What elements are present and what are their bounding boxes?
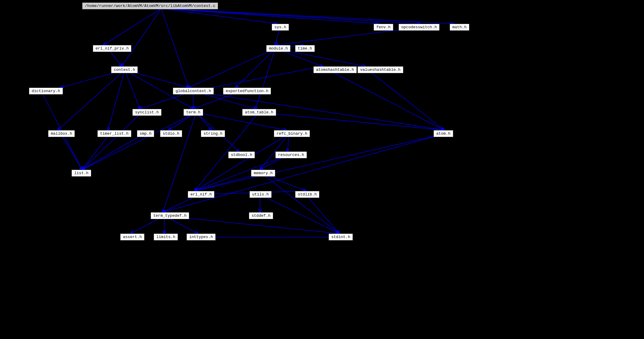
node-utils-h: utils.h: [249, 191, 272, 198]
node-list-h: list.h: [71, 170, 91, 177]
node-mailbox-h: mailbox.h: [48, 130, 75, 137]
svg-line-36: [61, 134, 82, 170]
svg-line-57: [163, 134, 444, 212]
node-opcodesswitch-h: opcodesswitch.h: [399, 24, 440, 31]
node-synclist-h: synclist.h: [132, 109, 162, 116]
svg-line-19: [108, 70, 125, 130]
svg-line-51: [306, 195, 339, 233]
svg-line-4: [161, 9, 379, 24]
node-exportedfunction-h: exportedfunction.h: [223, 88, 271, 95]
svg-line-56: [195, 134, 444, 191]
svg-line-8: [189, 49, 275, 88]
node-stddef-h: stddef.h: [249, 212, 273, 219]
node-erl-nif-priv-h: erl_nif_priv.h: [93, 45, 131, 52]
node-term-typedef-h: term_typedef.h: [151, 212, 189, 219]
svg-line-6: [161, 9, 453, 24]
svg-line-5: [161, 9, 420, 24]
svg-line-37: [82, 134, 110, 170]
svg-line-1: [103, 9, 161, 45]
svg-line-41: [195, 134, 289, 191]
svg-line-31: [82, 112, 196, 170]
svg-line-17: [125, 70, 140, 109]
svg-line-2: [122, 9, 161, 66]
svg-line-59: [368, 70, 444, 130]
node-globalcontext-h: globalcontext.h: [173, 88, 214, 95]
node-memory-h: memory.h: [251, 170, 275, 177]
node-atom-h: atom.h: [433, 130, 453, 137]
svg-line-62: [275, 27, 420, 45]
node-atom-table-h: atom_table.h: [242, 109, 276, 116]
node-fenv-h: fenv.h: [374, 24, 393, 31]
node-context-h: context.h: [111, 66, 138, 73]
node-sys-h: sys.h: [272, 24, 289, 31]
node-timer-list-h: timer_list.h: [97, 130, 131, 137]
svg-line-3: [161, 9, 189, 88]
node-stdint-h: stdint.h: [329, 233, 353, 240]
node-inttypes-h: inttypes.h: [186, 233, 216, 240]
node-math-h: math.h: [450, 24, 469, 31]
node-refc-binary-h: refc_binary.h: [274, 130, 310, 137]
node-term-h: term.h: [183, 109, 203, 116]
node-dictionary-h: dictionary.h: [29, 88, 63, 95]
svg-line-34: [259, 112, 444, 130]
node-stdlib-h: stdlib.h: [295, 191, 319, 198]
svg-line-0: [161, 9, 277, 24]
svg-line-27: [82, 112, 141, 170]
node-module-h: module.h: [266, 45, 291, 52]
node-limits-h: limits.h: [154, 233, 178, 240]
node-valueshashtable-h: valueshashtable.h: [357, 66, 403, 73]
node-smp-h: smp.h: [137, 130, 154, 137]
node-erl-nif-h: erl_nif.h: [188, 191, 214, 198]
svg-line-46: [262, 173, 339, 233]
node-time-h: time.h: [295, 45, 315, 52]
node-assert-h: assert.h: [120, 233, 144, 240]
node-atomshashtable-h: atomshashtable.h: [313, 66, 357, 73]
node-stdio-h: stdio.h: [160, 130, 182, 137]
svg-line-38: [82, 134, 144, 170]
root-node: /home/runner/work/AtomVM/AtomVM/src/libA…: [82, 2, 218, 9]
node-resources-h: resources.h: [275, 151, 307, 158]
node-stdbool-h: stdbool.h: [228, 151, 255, 158]
node-string-h: string.h: [201, 130, 225, 137]
